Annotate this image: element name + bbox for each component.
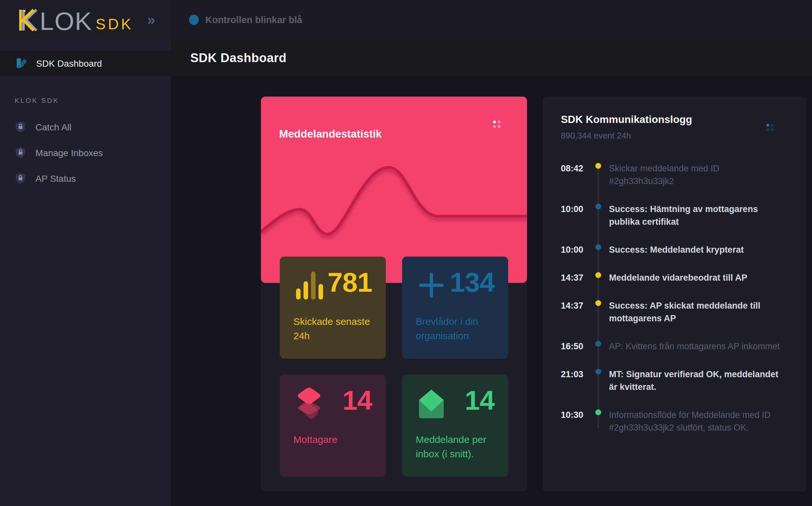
log-entry[interactable]: 14:37 Meddelande vidarebeodrat till AP [561, 271, 788, 284]
communication-log-card: SDK Kommunikationslogg 890,344 event 24h… [543, 97, 806, 491]
stat-tile-recipients[interactable]: 14 Mottagare [280, 374, 386, 477]
plus-icon [416, 270, 448, 302]
log-time: 10:00 [561, 203, 589, 216]
envelope-open-icon [416, 388, 448, 420]
sidebar-item-ap-status[interactable]: AP Status [15, 170, 171, 188]
log-entry[interactable]: 16:50 AP: Kvittens från mottagarens AP i… [561, 340, 788, 353]
stat-label: Brevlådor i din organisation [416, 315, 494, 343]
log-time: 10:00 [561, 244, 589, 256]
brand-text: LOK [40, 10, 92, 32]
log-text: Success: Meddelandet krypterat [609, 244, 744, 256]
sidebar-item-label: AP Status [35, 174, 76, 184]
page-header: SDK Dashboard [171, 40, 812, 76]
log-text: Success: Hämtning av mottagarens publika… [609, 203, 786, 228]
statistics-sparkline [261, 97, 527, 283]
sidebar-item-catch-all[interactable]: Catch All [15, 119, 171, 136]
sidebar-item-label: Manage Inboxes [35, 148, 103, 158]
status-ring-icon [595, 409, 601, 415]
stat-value: 134 [450, 270, 494, 295]
stat-label: Meddelande per inbox (i snitt). [416, 432, 494, 461]
log-text: Informationsflöde för Meddelande med ID … [609, 409, 786, 434]
message-statistics-card: Meddelandestatistik [261, 97, 527, 283]
app-window: LOK SDK » Kontrollen blinkar blå SDK Das… [0, 0, 812, 506]
sidebar-section-label: KLOK SDK [15, 97, 171, 104]
log-text: Skickar meddelande med ID #2gh33h3u33jk2 [609, 162, 786, 188]
shield-lock-icon [15, 172, 26, 185]
message-statistics-panel: Meddelandestatistik [261, 97, 527, 491]
status-ring-icon [595, 163, 601, 169]
sidebar-collapse-icon[interactable]: » [147, 12, 155, 28]
status-ring-icon [595, 203, 601, 209]
sidebar-active-band: SDK Dashboard [0, 40, 171, 76]
log-time: 14:37 [561, 300, 589, 312]
swatch-icon [15, 57, 27, 71]
drag-grid-icon[interactable] [766, 124, 774, 131]
sidebar-item-manage-inboxes[interactable]: Manage Inboxes [15, 144, 171, 162]
stat-tile-inboxes[interactable]: 134 Brevlådor i din organisation [402, 257, 508, 359]
log-text: MT: Signatur verifierad OK, meddelandet … [609, 368, 786, 394]
stat-value: 14 [465, 388, 494, 413]
topbar: Kontrollen blinkar blå [171, 0, 812, 40]
sidebar-item-sdk-dashboard[interactable]: SDK Dashboard [0, 51, 171, 76]
status-dot-icon [189, 15, 199, 25]
log-entry[interactable]: 10:00 Success: Meddelandet krypterat [561, 244, 788, 256]
log-entry[interactable]: 21:03 MT: Signatur verifierad OK, meddel… [561, 368, 788, 394]
shield-lock-icon [15, 147, 26, 160]
status-ring-icon [595, 244, 601, 250]
log-subtitle: 890,344 event 24h [561, 131, 788, 141]
log-timeline: 08:42 Skickar meddelande med ID #2gh33h3… [561, 162, 788, 434]
stat-label: Mottagare [294, 432, 372, 447]
stat-tile-avg-per-inbox[interactable]: 14 Meddelande per inbox (i snitt). [402, 374, 508, 477]
sidebar-item-label: SDK Dashboard [36, 59, 102, 69]
logo-area: LOK SDK » [0, 0, 171, 40]
log-time: 08:42 [561, 162, 589, 175]
bar-chart-icon [294, 270, 326, 302]
brand-logo: LOK SDK [16, 7, 134, 32]
status-ring-icon [595, 341, 601, 347]
stat-value: 781 [328, 270, 372, 295]
sidebar-item-label: Catch All [35, 122, 72, 133]
main-content: Meddelandestatistik [171, 76, 812, 506]
log-text: Success: AP skickat meddelande till mott… [609, 300, 786, 325]
status-ring-icon [595, 272, 601, 278]
sparkline-path [261, 167, 527, 235]
log-entry[interactable]: 14:37 Success: AP skickat meddelande til… [561, 300, 788, 325]
stat-tiles: 781 Skickade senaste 24h 134 [280, 257, 508, 477]
stat-value: 14 [342, 388, 372, 413]
log-time: 14:37 [561, 271, 589, 284]
log-entry[interactable]: 10:00 Success: Hämtning av mottagarens p… [561, 203, 788, 228]
log-text: Meddelande vidarebeodrat till AP [609, 271, 747, 284]
layers-icon [294, 388, 326, 420]
stat-tile-sent-24h[interactable]: 781 Skickade senaste 24h [280, 257, 386, 359]
log-entry[interactable]: 08:42 Skickar meddelande med ID #2gh33h3… [561, 162, 788, 188]
log-text: AP: Kvittens från mottagarens AP inkomme… [609, 340, 780, 353]
log-time: 16:50 [561, 340, 589, 353]
log-entry[interactable]: 10:30 Informationsflöde för Meddelande m… [561, 409, 788, 434]
log-time: 21:03 [561, 368, 589, 381]
shield-lock-icon [15, 121, 26, 134]
brand-k-glyph [16, 7, 40, 32]
topbar-status-text: Kontrollen blinkar blå [205, 15, 302, 25]
log-time: 10:30 [561, 409, 589, 421]
log-title: SDK Kommunikationslogg [561, 113, 788, 125]
sidebar: KLOK SDK Catch All [0, 76, 171, 506]
status-ring-icon [595, 300, 601, 306]
brand-suffix: SDK [96, 16, 134, 32]
stat-label: Skickade senaste 24h [294, 315, 372, 343]
status-ring-icon [595, 369, 601, 374]
statistics-card-title: Meddelandestatistik [279, 128, 509, 140]
page-title: SDK Dashboard [190, 51, 287, 65]
